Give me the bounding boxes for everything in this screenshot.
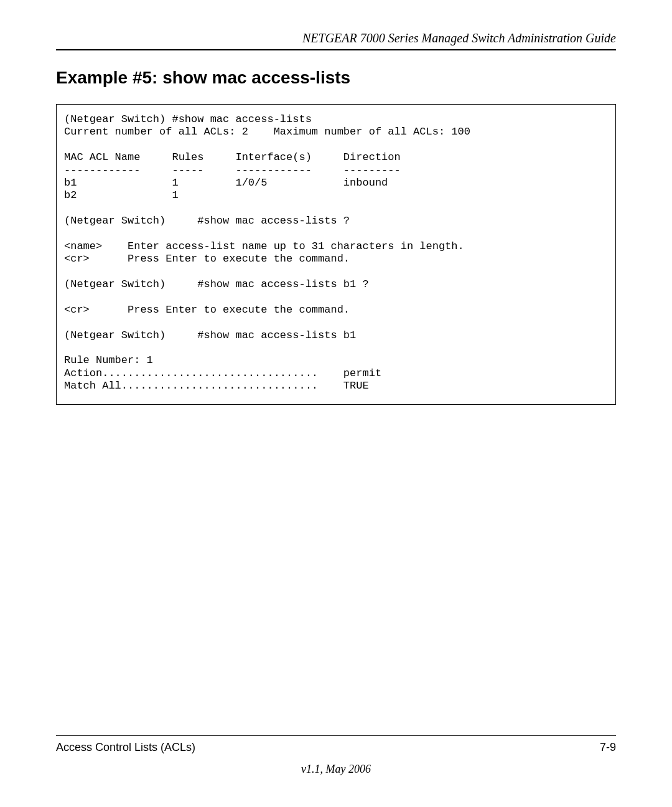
section-title: Example #5: show mac access-lists [56,68,616,88]
footer-line: Access Control Lists (ACLs) 7-9 [56,735,616,754]
code-block: (Netgear Switch) #show mac access-lists … [56,104,616,405]
doc-title: NETGEAR 7000 Series Managed Switch Admin… [302,31,616,45]
running-header: NETGEAR 7000 Series Managed Switch Admin… [56,31,616,50]
footer-version: v1.1, May 2006 [56,763,616,776]
footer-section-name: Access Control Lists (ACLs) [56,741,195,754]
footer-page-number: 7-9 [600,741,616,754]
page-footer: Access Control Lists (ACLs) 7-9 v1.1, Ma… [56,735,616,776]
